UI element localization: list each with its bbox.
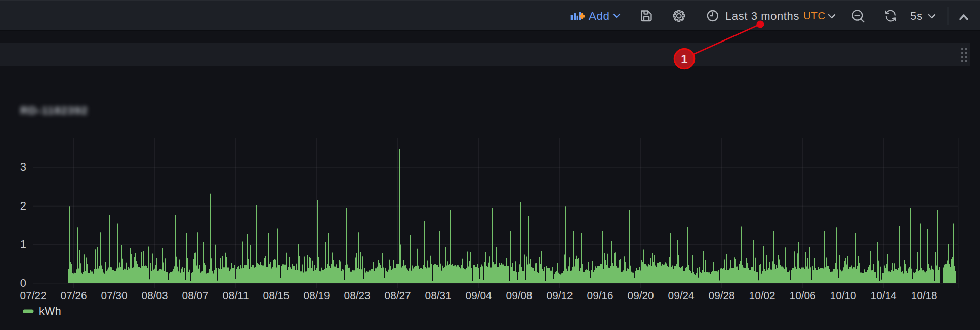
svg-text:1: 1 <box>681 52 687 66</box>
